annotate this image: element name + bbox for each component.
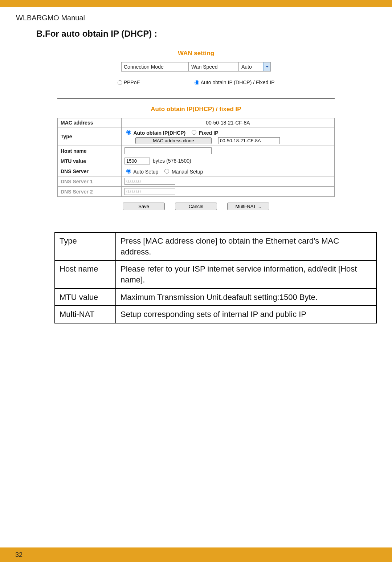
footer-bar: 32 [0, 547, 392, 562]
desc-value: Maximum Transmission Unit.deafault setti… [116, 289, 376, 306]
page-content: WLBARGMO Manual B.For auto obtain IP (DH… [0, 7, 392, 323]
desc-value: Setup corresponding sets of internal IP … [116, 306, 376, 323]
manual-title: WLBARGMO Manual [16, 14, 377, 22]
table-row: DNS Server 2 [58, 187, 335, 197]
desc-key: MTU value [55, 289, 116, 306]
table-row: MAC address 00-50-18-21-CF-8A [58, 118, 335, 127]
desc-key: Host name [55, 260, 116, 288]
mac-address-value: 00-50-18-21-CF-8A [122, 118, 335, 127]
hostname-cell [122, 146, 335, 156]
dns1-cell [122, 176, 335, 187]
type-auto-radio-input[interactable] [126, 130, 131, 135]
dns-auto-radio[interactable]: Auto Setup [124, 169, 160, 175]
mtu-cell: bytes (576-1500) [122, 156, 335, 166]
section-heading: B.For auto obtain IP (DHCP) : [36, 29, 377, 39]
type-key: Type [58, 127, 122, 146]
wan-settings-panel: WAN setting Connection Mode Wan Speed Au… [57, 50, 335, 210]
desc-value: Please refer to your ISP internet servic… [116, 260, 376, 288]
settings-table: MAC address 00-50-18-21-CF-8A Type Auto … [57, 118, 335, 197]
auto-obtain-title: Auto obtain IP(DHCP) / fixed IP [57, 106, 335, 113]
mac-address-key: MAC address [58, 118, 122, 127]
table-row: Type Auto obtain IP(DHCP) Fixed IP [58, 127, 335, 146]
multi-nat-button[interactable]: Multi-NAT ... [227, 203, 269, 210]
table-row: Host name Please refer to your ISP inter… [55, 260, 376, 288]
connection-type-radios: PPPoE Auto obtain IP (DHCP) / Fixed IP [57, 80, 335, 85]
dns1-key: DNS Server 1 [58, 176, 122, 187]
type-auto-radio-label: Auto obtain IP(DHCP) [133, 130, 185, 136]
dns-manual-radio-input[interactable] [164, 169, 169, 174]
action-button-row: Save Cancel Multi-NAT ... [57, 203, 335, 210]
dns-auto-radio-label: Auto Setup [133, 169, 158, 175]
mac-clone-input[interactable] [218, 137, 280, 144]
dns-key: DNS Server [58, 166, 122, 176]
wan-speed-select[interactable]: Auto [239, 62, 271, 72]
cancel-button[interactable]: Cancel [175, 203, 217, 210]
hostname-input[interactable] [124, 147, 212, 154]
mtu-suffix: bytes (576-1500) [153, 158, 191, 164]
auto-ip-radio-label: Auto obtain IP (DHCP) / Fixed IP [201, 80, 275, 85]
dns-manual-radio-label: Manaul Setup [172, 169, 203, 175]
table-row: DNS Server Auto Setup Manaul Setup [58, 166, 335, 176]
auto-ip-radio[interactable]: Auto obtain IP (DHCP) / Fixed IP [195, 80, 275, 85]
desc-key: Multi-NAT [55, 306, 116, 323]
wan-speed-value: Auto [241, 64, 252, 70]
pppoe-radio[interactable]: PPPoE [118, 80, 140, 85]
table-row: Type Press [MAC address clone] to obtain… [55, 232, 376, 260]
type-fixed-radio-label: Fixed IP [199, 130, 219, 136]
type-fixed-radio-input[interactable] [192, 130, 196, 135]
page-number: 32 [15, 551, 23, 559]
connection-mode-label: Connection Mode [121, 62, 189, 72]
mtu-input[interactable] [124, 158, 150, 164]
table-row: MTU value bytes (576-1500) [58, 156, 335, 166]
description-table: Type Press [MAC address clone] to obtain… [54, 232, 377, 323]
type-auto-radio[interactable]: Auto obtain IP(DHCP) [124, 130, 187, 136]
save-button[interactable]: Save [123, 203, 165, 210]
type-cell: Auto obtain IP(DHCP) Fixed IP MAC addres… [122, 127, 335, 146]
table-row: Multi-NAT Setup corresponding sets of in… [55, 306, 376, 323]
dns-auto-radio-input[interactable] [126, 169, 131, 174]
dns1-input[interactable] [124, 178, 175, 185]
chevron-down-icon [263, 62, 270, 71]
mac-clone-button[interactable]: MAC address clone [135, 137, 212, 144]
desc-key: Type [55, 232, 116, 260]
connection-mode-row: Connection Mode Wan Speed Auto [57, 62, 335, 72]
pppoe-radio-label: PPPoE [124, 80, 140, 85]
wan-setting-title: WAN setting [57, 50, 335, 57]
top-accent-bar [0, 0, 392, 7]
dns-cell: Auto Setup Manaul Setup [122, 166, 335, 176]
type-fixed-radio[interactable]: Fixed IP [190, 130, 219, 136]
pppoe-radio-input[interactable] [118, 80, 122, 85]
table-row: MTU value Maximum Transmission Unit.deaf… [55, 289, 376, 306]
dns2-key: DNS Server 2 [58, 187, 122, 197]
dns2-input[interactable] [124, 188, 175, 195]
dns-manual-radio[interactable]: Manaul Setup [163, 169, 203, 175]
auto-ip-radio-input[interactable] [195, 80, 199, 85]
dns2-cell [122, 187, 335, 197]
wan-speed-label: Wan Speed [189, 62, 239, 72]
hostname-key: Host name [58, 146, 122, 156]
desc-value: Press [MAC address clone] to obtain the … [116, 232, 376, 260]
table-row: Host name [58, 146, 335, 156]
panel-divider [57, 98, 335, 99]
mtu-key: MTU value [58, 156, 122, 166]
table-row: DNS Server 1 [58, 176, 335, 187]
